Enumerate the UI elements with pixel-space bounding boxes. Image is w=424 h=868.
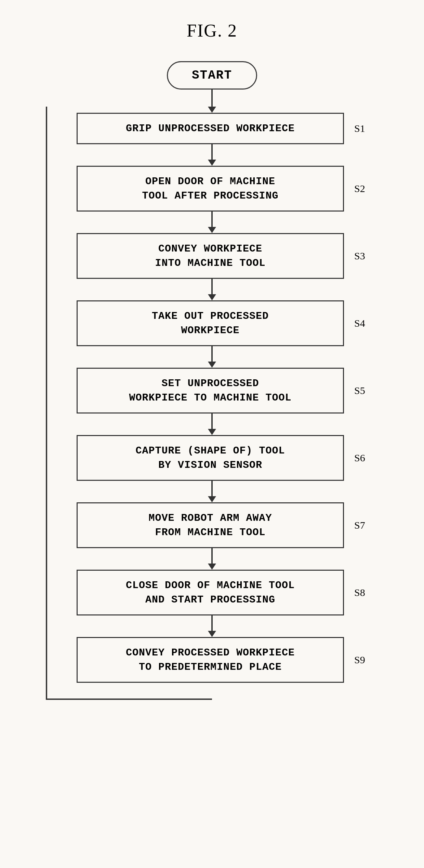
- page: FIG. 2 START: [0, 0, 424, 868]
- step-row-s2: OPEN DOOR OF MACHINETOOL AFTER PROCESSIN…: [46, 166, 378, 212]
- step-row-s7: MOVE ROBOT ARM AWAYFROM MACHINE TOOL S7: [46, 502, 378, 548]
- step-label-s7: S7: [354, 519, 378, 531]
- step-label-s6: S6: [354, 452, 378, 464]
- loop-left-border: [46, 107, 47, 700]
- step-row-s5: SET UNPROCESSEDWORKPIECE TO MACHINE TOOL…: [46, 368, 378, 413]
- arrow-s4-s5: [46, 346, 378, 368]
- arrow-s3-s4: [46, 279, 378, 300]
- step-label-s4: S4: [354, 317, 378, 329]
- step-label-s9: S9: [354, 654, 378, 666]
- loop-bottom-space: [46, 683, 378, 700]
- steps-container: GRIP UNPROCESSED WORKPIECE S1: [46, 107, 378, 700]
- step-box-s5: SET UNPROCESSEDWORKPIECE TO MACHINE TOOL: [77, 368, 344, 413]
- arrow-s8-s9: [46, 615, 378, 637]
- arrow-line-start: [211, 90, 213, 107]
- step-box-s9: CONVEY PROCESSED WORKPIECETO PREDETERMIN…: [77, 637, 344, 683]
- step-row-s6: CAPTURE (SHAPE OF) TOOLBY VISION SENSOR …: [46, 435, 378, 481]
- step-label-s3: S3: [354, 250, 378, 262]
- arrow-s6-s7: [46, 481, 378, 502]
- start-node: START: [167, 61, 257, 90]
- arrow-s1-s2: [46, 144, 378, 166]
- step-row-s4: TAKE OUT PROCESSEDWORKPIECE S4: [46, 300, 378, 346]
- step-label-s1: S1: [354, 123, 378, 134]
- step-label-s2: S2: [354, 183, 378, 194]
- step-box-s8: CLOSE DOOR OF MACHINE TOOLAND START PROC…: [77, 570, 344, 615]
- step-box-s2: OPEN DOOR OF MACHINETOOL AFTER PROCESSIN…: [77, 166, 344, 212]
- step-label-s8: S8: [354, 587, 378, 598]
- arrow-s7-s8: [46, 548, 378, 570]
- step-box-s3: CONVEY WORKPIECEINTO MACHINE TOOL: [77, 233, 344, 279]
- arrow-s2-s3: [46, 212, 378, 233]
- arrowhead-s1: [208, 107, 216, 113]
- step-box-s6: CAPTURE (SHAPE OF) TOOLBY VISION SENSOR: [77, 435, 344, 481]
- step-label-s5: S5: [354, 385, 378, 396]
- step-row-s1: GRIP UNPROCESSED WORKPIECE S1: [46, 113, 378, 144]
- step-box-s4: TAKE OUT PROCESSEDWORKPIECE: [77, 300, 344, 346]
- figure-title: FIG. 2: [0, 21, 424, 41]
- entry-arrow: [46, 107, 378, 113]
- step-row-s8: CLOSE DOOR OF MACHINE TOOLAND START PROC…: [46, 570, 378, 615]
- step-box-s1: GRIP UNPROCESSED WORKPIECE: [77, 113, 344, 144]
- step-box-s7: MOVE ROBOT ARM AWAYFROM MACHINE TOOL: [77, 502, 344, 548]
- loop-bottom-horizontal: [46, 699, 212, 700]
- arrow-s5-s6: [46, 413, 378, 435]
- flowchart: START: [0, 61, 424, 700]
- step-row-s9: CONVEY PROCESSED WORKPIECETO PREDETERMIN…: [46, 637, 378, 683]
- loop-wrapper: GRIP UNPROCESSED WORKPIECE S1: [46, 107, 378, 700]
- step-row-s3: CONVEY WORKPIECEINTO MACHINE TOOL S3: [46, 233, 378, 279]
